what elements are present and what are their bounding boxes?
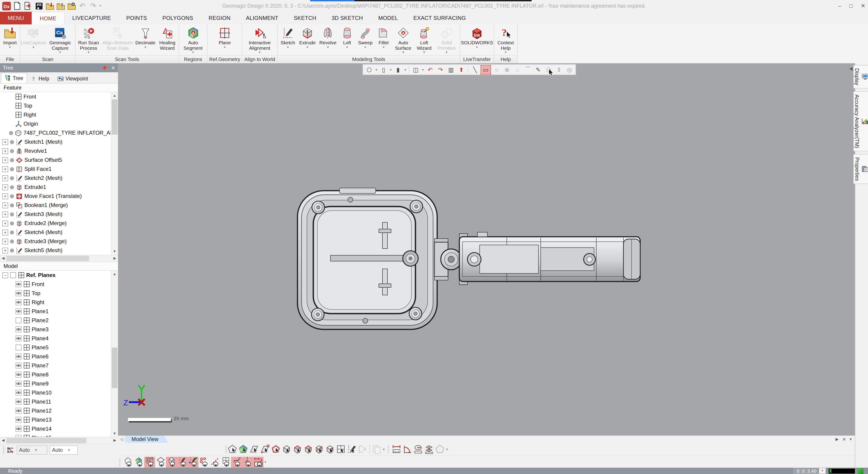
select-face-top-icon[interactable] (292, 444, 303, 454)
model-vertical-scrollbar[interactable]: ▲ ▼ (111, 271, 118, 437)
tab-model[interactable]: MODEL (370, 12, 405, 24)
toggle-surface-icon[interactable] (155, 456, 166, 468)
model-item-plane7[interactable]: Plane7 (0, 361, 111, 370)
visible-eye-icon[interactable] (16, 308, 22, 315)
toggle-coordinate-icon[interactable] (242, 456, 253, 468)
model-item-plane14[interactable]: Plane14 (0, 424, 111, 433)
tree-item-boolean1[interactable]: +Boolean1 (Merge) (0, 201, 111, 210)
select-paint-icon[interactable]: ✎ (533, 65, 543, 74)
open-document-icon[interactable] (24, 1, 33, 10)
tab-tree[interactable]: Tree (1, 73, 27, 83)
tab-viewpoint[interactable]: Viewpoint (54, 74, 92, 83)
select-plane-icon[interactable] (336, 444, 346, 454)
tree-item-sketch4[interactable]: +Sketch4 (Mesh) (0, 228, 111, 237)
save-icon[interactable] (34, 1, 43, 10)
tree-item-extrude3[interactable]: +Extrude3 (Merge) (0, 237, 111, 246)
visible-eye-icon[interactable] (16, 399, 22, 405)
decimate-button[interactable]: Decimate▼ (134, 25, 156, 55)
cad-model-tyre-inflator[interactable] (118, 63, 855, 436)
scroll-down-icon[interactable]: ▼ (111, 430, 118, 437)
interactive-alignment-button[interactable]: Interactive Alignment▼ (243, 25, 276, 55)
chevron-down-icon[interactable]: ▼ (445, 448, 449, 451)
toggle-3d-sketch-icon[interactable] (188, 456, 198, 468)
tab-display[interactable]: Display (853, 65, 868, 88)
tree-item-sketch2[interactable]: +Sketch2 (Mesh) (0, 173, 111, 183)
expand-plus-icon[interactable]: + (2, 229, 8, 235)
export-folder-icon[interactable] (56, 1, 65, 10)
display-body-mode-icon[interactable]: ▯ (379, 65, 388, 74)
model-item-plane12[interactable]: Plane12 (0, 406, 111, 415)
scroll-down-icon[interactable]: ▼ (111, 248, 118, 255)
expand-plus-icon[interactable]: + (2, 211, 8, 217)
minimize-button[interactable]: – (838, 3, 841, 9)
select-line-icon[interactable]: ╲ (470, 65, 480, 74)
model-item-plane10[interactable]: Plane10 (0, 388, 111, 397)
tree-vertical-scrollbar[interactable]: ▲ ▼ (111, 92, 118, 255)
select-vertex-icon[interactable] (259, 444, 270, 454)
tab-help[interactable]: ? Help (28, 74, 53, 83)
select-concentric-icon[interactable]: ◎ (565, 65, 574, 74)
toggle-sketch-icon[interactable] (177, 456, 188, 468)
expand-plus-icon[interactable]: + (2, 139, 8, 145)
tree-item-surface-offset5[interactable]: +Surface Offset5 (0, 155, 111, 164)
visible-eye-icon[interactable] (16, 425, 22, 432)
select-sketch-icon[interactable] (346, 444, 357, 454)
select-face-icon[interactable] (249, 444, 259, 454)
sweep-button[interactable]: Sweep▼ (356, 25, 375, 55)
checkbox-icon[interactable] (10, 272, 16, 278)
visible-eye-icon[interactable] (16, 362, 22, 369)
tab-points[interactable]: POINTS (119, 12, 155, 24)
toolbar-grip[interactable] (388, 445, 389, 453)
scrollbar-thumb[interactable] (6, 438, 86, 443)
split-view-icon[interactable]: ▥ (446, 65, 456, 74)
visible-eye-icon[interactable] (16, 326, 22, 333)
view-face-icon[interactable]: ◫ (411, 65, 421, 74)
scroll-up-icon[interactable]: ▲ (111, 271, 118, 278)
tree-item-sketch1[interactable]: +Sketch1 (Mesh) (0, 137, 111, 147)
model-group-ref-planes[interactable]: −Ref. Planes (0, 271, 111, 280)
expand-plus-icon[interactable]: + (2, 239, 8, 244)
scroll-left-icon[interactable]: ◀ (0, 255, 6, 262)
display-rendered-mode-icon[interactable]: ▮ (393, 65, 403, 74)
select-body-diagonal-icon[interactable] (314, 444, 324, 454)
visible-eye-icon[interactable] (16, 299, 22, 306)
toggle-body-icon[interactable] (166, 456, 177, 468)
tree-item-revolve1[interactable]: +Revolve1 (0, 147, 111, 155)
select-loop-icon[interactable] (270, 444, 281, 454)
measure-radius-icon[interactable] (413, 444, 424, 454)
tab-exact-surfacing[interactable]: EXACT SURFACING (406, 12, 473, 24)
tree-item-sketch5[interactable]: +Sketch5 (Mesh) (0, 246, 111, 255)
toolbar-grip[interactable] (3, 446, 4, 454)
expand-plus-icon[interactable]: + (2, 157, 8, 163)
tree-item-origin[interactable]: Origin (0, 119, 111, 128)
view-menu-icon[interactable]: ▾ (850, 437, 852, 441)
model-item-plane9[interactable]: Plane9 (0, 379, 111, 388)
scroll-up-icon[interactable]: ▲ (111, 92, 118, 99)
sketch-button[interactable]: Sketch▼ (278, 25, 297, 55)
select-updown-icon[interactable]: ⇕ (554, 65, 564, 74)
tree-item-sketch3[interactable]: +Sketch3 (Mesh) (0, 210, 111, 219)
tab-home[interactable]: HOME (32, 12, 65, 25)
toggle-ref-plane-icon[interactable] (220, 456, 231, 468)
qat-customize-icon[interactable]: ▾ (99, 4, 101, 8)
select-lasso-icon[interactable]: ⌒ (523, 65, 532, 74)
toggle-mesh-icon[interactable] (123, 456, 133, 468)
tree-item-top[interactable]: Top (0, 101, 111, 110)
tab-accuracy-analyzer[interactable]: Accuracy Analyzer(TM) (853, 91, 868, 151)
tree-item-mesh[interactable]: 7487_PCL002_TYRE INFLATOR_ALIGN (0, 128, 111, 137)
fillet-button[interactable]: Fillet▼ (375, 25, 392, 55)
model-item-plane4[interactable]: Plane4 (0, 334, 111, 343)
visible-eye-icon[interactable] (16, 389, 22, 396)
select-face-top-2-icon[interactable] (303, 444, 314, 454)
visible-eye-icon[interactable] (16, 290, 22, 296)
expand-plus-icon[interactable]: + (2, 220, 8, 226)
select-region-icon[interactable] (238, 444, 249, 454)
collapse-minus-icon[interactable]: − (2, 272, 8, 278)
auto-surface-button[interactable]: A Auto Surface▼ (393, 25, 414, 55)
model-item-plane5[interactable]: Plane5 (0, 343, 111, 352)
expand-plus-icon[interactable]: + (2, 202, 8, 208)
expand-plus-icon[interactable]: + (2, 166, 8, 172)
visible-eye-icon[interactable] (16, 435, 22, 437)
visible-eye-icon[interactable] (16, 353, 22, 360)
toggle-measurement-icon[interactable] (253, 456, 264, 468)
